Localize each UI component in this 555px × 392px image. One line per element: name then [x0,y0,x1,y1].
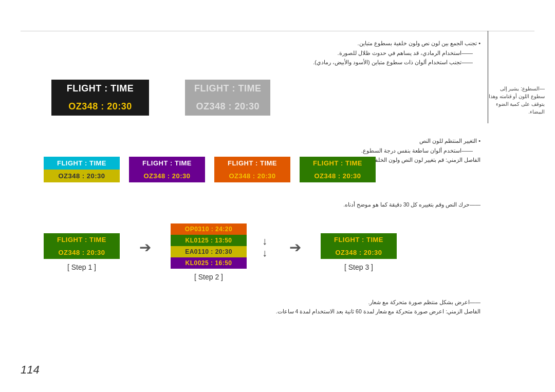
step3-bottom: OZ348 : 20:30 [321,246,397,259]
board-orange-top: FLIGHT : TIME [214,157,290,170]
board-black: FLIGHT : TIME OZ348 : 20:30 [51,80,149,116]
step-3-container: FLIGHT : TIME OZ348 : 20:30 [ Step 3 ] [321,233,397,271]
step2-label: [ Step 2 ] [194,273,223,281]
step2-row4: KL0025 : 16:50 [171,257,247,269]
step2-row1: OP0310 : 24:20 [171,223,247,235]
board-gray-bottom: OZ348 : 20:30 [185,98,270,116]
bullet-1: • تجنب الجمع بين لون نص ولون خلفية بسطوع… [234,39,480,48]
board-gray-top: FLIGHT : TIME [185,80,270,98]
down-arrow-2: ↓ [262,247,267,259]
top-divider [21,31,534,31]
down-arrows: ↓ ↓ [262,235,267,269]
step2-row2: KL0125 : 13:50 [171,235,247,246]
arabic-bottom-line1: ——اعرض بشكل منتظم صورة متحركة مع شعار. [213,298,480,307]
bullet-2: • التغيير المنتظم للون النص [234,136,480,146]
step1-board: FLIGHT : TIME OZ348 : 20:30 [44,233,120,259]
step3-board: FLIGHT : TIME OZ348 : 20:30 [321,233,397,259]
board-orange: FLIGHT : TIME OZ348 : 20:30 [214,157,290,182]
right-sidebar-text: —السطوع: يشير إلى سطوع اللون أو قتامته و… [488,85,545,116]
indent-line-1: ——استخدام الرمادي، قد يساهم في حدوث ظلال… [234,48,473,58]
arabic-section-3: ——حرك النص وقم بتغييره كل 30 دقيقة كما ه… [234,200,480,210]
step1-bottom: OZ348 : 20:30 [44,246,120,259]
arabic-mid-line1: ——استخدم ألوان ساطعة بنفس درجة السطوع. [234,146,473,156]
step2-board: OP0310 : 24:20 KL0125 : 13:50 EA0110 : 2… [171,223,247,269]
board-green-top: FLIGHT : TIME [300,157,376,170]
arabic-section-4: ——اعرض بشكل منتظم صورة متحركة مع شعار. ا… [213,298,480,316]
board-purple: FLIGHT : TIME OZ348 : 20:30 [129,157,205,182]
board-green-bottom: OZ348 : 20:30 [300,170,376,182]
board-purple-top: FLIGHT : TIME [129,157,205,170]
sidebar-line1: —السطوع: يشير إلى سطوع اللون أو قتامته و… [488,85,545,116]
step2-row3: EA0110 : 20:30 [171,246,247,257]
step1-label: [ Step 1 ] [67,263,96,271]
arrow-step2-to-3: ➔ [289,239,301,266]
step-2-container: OP0310 : 24:20 KL0125 : 13:50 EA0110 : 2… [171,223,247,281]
board-orange-bottom: OZ348 : 20:30 [214,170,290,182]
arabic-section-1: • تجنب الجمع بين لون نص ولون خلفية بسطوع… [234,39,480,67]
steps-section: FLIGHT : TIME OZ348 : 20:30 [ Step 1 ] ➔… [44,223,397,281]
board-green: FLIGHT : TIME OZ348 : 20:30 [300,157,376,182]
step1-top: FLIGHT : TIME [44,233,120,246]
board-black-bottom: OZ348 : 20:30 [51,98,149,116]
board-cyan-top: FLIGHT : TIME [44,157,120,170]
arabic-bottom-line2: الفاصل الزمني: اعرض صورة متحركة مع شعار … [213,307,480,316]
color-variant-boards: FLIGHT : TIME OZ348 : 20:30 FLIGHT : TIM… [44,157,376,182]
step3-top: FLIGHT : TIME [321,233,397,246]
board-gray: FLIGHT : TIME OZ348 : 20:30 [185,80,270,116]
arabic-scroll-line: ——حرك النص وقم بتغييره كل 30 دقيقة كما ه… [234,200,480,210]
down-arrow-1: ↓ [262,235,267,247]
board-cyan-bottom: OZ348 : 20:30 [44,170,120,182]
step3-label: [ Step 3 ] [344,263,373,271]
indent-line-2: ——تجنب استخدام ألوان ذات سطوع متباين (ال… [234,58,473,67]
main-boards-section: FLIGHT : TIME OZ348 : 20:30 FLIGHT : TIM… [51,80,270,116]
board-black-top: FLIGHT : TIME [51,80,149,98]
arrow-step1-to-2: ➔ [139,239,151,266]
step-1-container: FLIGHT : TIME OZ348 : 20:30 [ Step 1 ] [44,233,120,271]
page-number: 114 [21,363,40,377]
board-cyan: FLIGHT : TIME OZ348 : 20:30 [44,157,120,182]
board-purple-bottom: OZ348 : 20:30 [129,170,205,182]
